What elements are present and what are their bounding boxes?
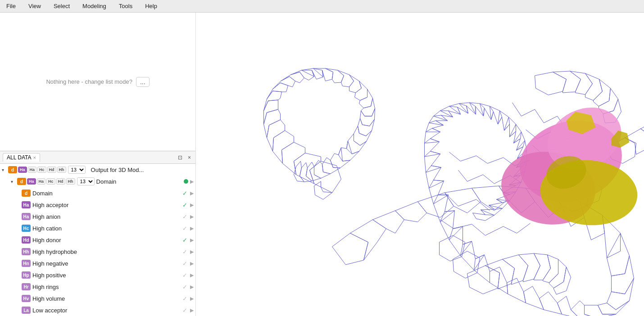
- root-chips: d Ha Ha Hc Hd Hh: [8, 166, 66, 173]
- svg-marker-92: [355, 81, 367, 100]
- svg-marker-120: [503, 255, 528, 284]
- svg-marker-98: [347, 134, 367, 154]
- svg-marker-79: [267, 120, 285, 151]
- empty-area: Nothing here - change list mode? ...: [0, 13, 195, 151]
- item-high-hydrophobe[interactable]: Hh High hydrophobe ✓ ▶: [0, 246, 195, 257]
- item-label-hp: High positive: [32, 272, 179, 279]
- 3d-mesh-svg: [196, 13, 644, 316]
- item-arrow-hp[interactable]: ▶: [190, 272, 194, 278]
- list-mode-button[interactable]: ...: [136, 77, 150, 87]
- item-arrow-donor[interactable]: ▶: [190, 237, 194, 243]
- item-high-negative[interactable]: Hn High negative ✓ ▶: [0, 257, 195, 269]
- svg-line-69: [449, 152, 461, 161]
- item-arrow-ha[interactable]: ▶: [190, 202, 194, 208]
- svg-marker-124: [549, 259, 567, 288]
- svg-marker-123: [543, 255, 558, 283]
- item-high-anion[interactable]: Ha High anion ✓ ▶: [0, 211, 195, 222]
- menu-file[interactable]: File: [4, 2, 18, 10]
- root-chip-hd[interactable]: Hd: [47, 167, 56, 173]
- restore-window-button[interactable]: ⊡: [176, 153, 184, 162]
- item-check-hh: ✓: [181, 248, 188, 255]
- root-chip-hh[interactable]: Hh: [57, 167, 66, 173]
- svg-marker-82: [264, 91, 282, 111]
- item-check-la: ✓: [181, 307, 188, 314]
- root-select[interactable]: 13105: [68, 166, 86, 174]
- item-high-rings[interactable]: Hr High rings ✓ ▶: [0, 281, 195, 293]
- item-badge-hr: Hr: [22, 283, 31, 290]
- item-label-domain: Domain: [32, 190, 179, 197]
- svg-line-72: [488, 158, 503, 163]
- domain-chip-hd[interactable]: Hd: [56, 178, 65, 185]
- svg-marker-109: [641, 122, 644, 149]
- svg-marker-81: [264, 100, 278, 124]
- item-arrow-hn[interactable]: ▶: [190, 261, 194, 266]
- root-row[interactable]: ▾ d Ha Ha Hc Hd Hh 13105 Output for 3D M…: [0, 164, 195, 176]
- item-badge-cation: Hc: [22, 225, 31, 232]
- svg-line-63: [517, 223, 531, 233]
- svg-line-70: [461, 156, 476, 161]
- domain-arrow[interactable]: ▾: [11, 179, 15, 184]
- root-chip-hc[interactable]: Hc: [37, 167, 46, 173]
- root-chip-ha2[interactable]: Ha: [28, 167, 37, 173]
- item-arrow-hh[interactable]: ▶: [190, 249, 194, 255]
- menu-help[interactable]: Help: [142, 2, 160, 10]
- domain-select[interactable]: 13105: [77, 177, 95, 185]
- menu-view[interactable]: View: [26, 2, 44, 10]
- item-badge-d: d: [22, 190, 31, 197]
- svg-line-56: [458, 199, 476, 206]
- svg-marker-15: [598, 301, 630, 314]
- item-arrow-domain[interactable]: ▶: [190, 190, 194, 196]
- svg-marker-40: [480, 104, 494, 120]
- svg-marker-23: [474, 255, 490, 283]
- svg-marker-97: [354, 126, 372, 145]
- svg-marker-20: [524, 286, 544, 310]
- item-arrow-anion[interactable]: ▶: [190, 214, 194, 220]
- item-check-domain: ✓: [181, 190, 188, 197]
- item-domain[interactable]: d Domain ✓ ▶: [0, 187, 195, 199]
- menubar: File View Select Modeling Tools Help: [0, 0, 644, 13]
- close-panel-button[interactable]: ×: [186, 153, 193, 162]
- item-arrow-hv[interactable]: ▶: [190, 296, 194, 302]
- svg-marker-106: [314, 181, 332, 199]
- item-label-hn: High negative: [32, 260, 179, 267]
- item-high-positive[interactable]: Hp High positive ✓ ▶: [0, 269, 195, 281]
- item-high-cation[interactable]: Hc High cation ✓ ▶: [0, 222, 195, 234]
- svg-marker-39: [470, 103, 485, 116]
- item-arrow-hr[interactable]: ▶: [190, 284, 194, 290]
- domain-expand-icon[interactable]: ▶: [190, 179, 194, 185]
- domain-chip-hh[interactable]: Hh: [66, 178, 75, 185]
- item-arrow-la[interactable]: ▶: [190, 307, 194, 313]
- svg-line-65: [467, 175, 483, 181]
- svg-marker-148: [585, 73, 603, 100]
- root-chip-ha1[interactable]: Ha: [18, 167, 27, 173]
- svg-marker-78: [273, 131, 294, 163]
- domain-chip-ha2[interactable]: Ha: [37, 178, 46, 185]
- root-arrow[interactable]: ▾: [2, 167, 6, 172]
- item-label-hh: High hydrophobe: [32, 248, 179, 255]
- domain-chip-hc[interactable]: Hc: [46, 178, 55, 185]
- domain-group-row[interactable]: ▾ d Ha Ha Hc Hd Hh 13105 Domain ▶: [4, 176, 195, 187]
- menu-select[interactable]: Select: [51, 2, 73, 10]
- tab-close-icon[interactable]: ×: [33, 155, 36, 160]
- domain-chip-ha1[interactable]: Ha: [27, 178, 36, 185]
- svg-marker-1: [350, 220, 386, 260]
- item-low-acceptor[interactable]: La Low acceptor ✓ ▶: [0, 304, 195, 316]
- svg-line-129: [522, 109, 535, 116]
- svg-line-57: [476, 199, 490, 211]
- item-label-hr: High rings: [32, 284, 179, 290]
- 3d-viewport[interactable]: [196, 13, 644, 316]
- menu-modeling[interactable]: Modeling: [80, 2, 109, 10]
- svg-marker-0: [332, 233, 368, 265]
- svg-marker-80: [264, 109, 281, 138]
- menu-tools[interactable]: Tools: [116, 2, 135, 10]
- svg-marker-34: [429, 115, 448, 125]
- item-check-hp: ✓: [181, 272, 188, 279]
- item-high-volume[interactable]: Hv High volume ✓ ▶: [0, 293, 195, 304]
- item-high-acceptor[interactable]: Ha High acceptor ✓ ▶: [0, 199, 195, 211]
- tab-bar: ALL DATA × ⊡ ×: [0, 151, 195, 164]
- item-high-donor[interactable]: Hd High donor ✓ ▶: [0, 234, 195, 246]
- item-label-anion: High anion: [32, 213, 179, 220]
- all-data-tab[interactable]: ALL DATA ×: [3, 153, 40, 162]
- domain-status-dot: [184, 179, 188, 184]
- item-arrow-cation[interactable]: ▶: [190, 226, 194, 231]
